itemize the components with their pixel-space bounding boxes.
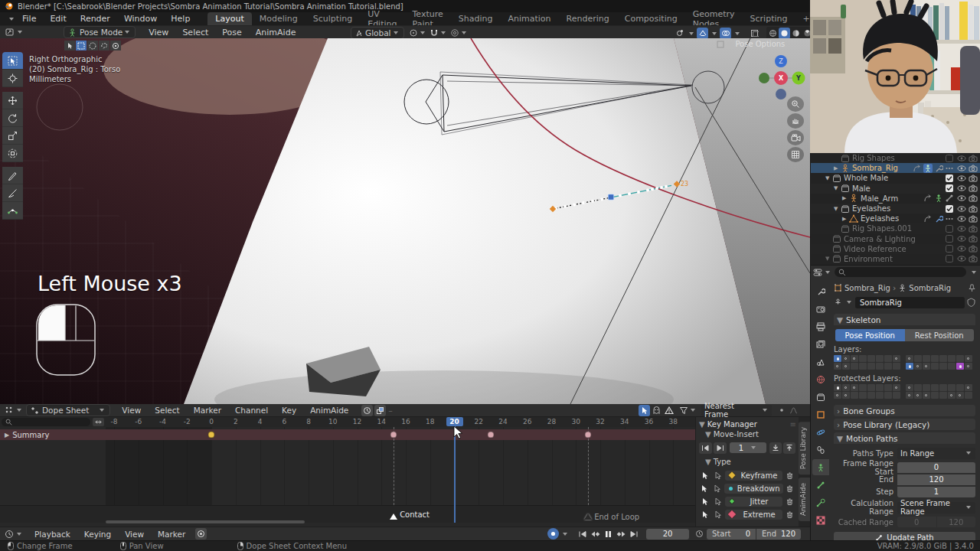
show-hidden-button[interactable]: [651, 405, 662, 416]
dope-sheet-ruler[interactable]: -8-6-4-202468101214161822242628303234363…: [0, 417, 810, 427]
menu-file[interactable]: File: [15, 14, 43, 24]
step-field[interactable]: 1: [897, 487, 975, 497]
disclosure-icon[interactable]: ▶: [842, 216, 849, 222]
rest-position-button[interactable]: Rest Position: [905, 329, 975, 341]
circle-select-mode[interactable]: [87, 41, 98, 51]
editor-type-properties-icon[interactable]: [813, 268, 823, 277]
eye-icon[interactable]: [957, 224, 966, 233]
protected-a-cell-5[interactable]: [876, 384, 884, 391]
layer-b-cell-6[interactable]: [956, 355, 964, 362]
snap-dropdown[interactable]: [430, 28, 447, 37]
outliner-row-camera-lighting[interactable]: Camera & Lighting: [811, 234, 980, 244]
checkbox-checked-icon[interactable]: [945, 174, 954, 183]
protected-b-cell-5[interactable]: [948, 384, 956, 391]
pose-breakdowner-tool[interactable]: [2, 202, 23, 220]
pivot-dropdown[interactable]: [409, 28, 426, 37]
current-frame-field[interactable]: 20: [646, 529, 689, 540]
pause-button[interactable]: [603, 528, 614, 540]
editor-type-timeline-icon[interactable]: [5, 530, 15, 539]
protected-a-cell-11[interactable]: [859, 392, 867, 399]
layer-a-cell-6[interactable]: [884, 355, 892, 362]
protected-a-cell-15[interactable]: [893, 392, 900, 399]
protected-a-cell-3[interactable]: [859, 384, 867, 391]
workspace-tab-sculpting[interactable]: Sculpting: [305, 12, 360, 25]
timeline-menu-keying[interactable]: Keying: [77, 530, 118, 539]
select-box-tool[interactable]: [2, 52, 23, 70]
bone-icon[interactable]: [945, 194, 954, 203]
protected-b-cell-9[interactable]: [914, 392, 922, 399]
layer-b-cell-10[interactable]: [923, 363, 930, 370]
dope-menu-marker[interactable]: Marker: [187, 406, 228, 415]
frame-range-end-field[interactable]: 120: [897, 474, 975, 485]
channel-search-input[interactable]: [2, 418, 90, 426]
data-name-field[interactable]: SombraRig: [855, 297, 965, 308]
camera-icon[interactable]: [969, 224, 978, 233]
disclosure-icon[interactable]: ▼: [825, 175, 832, 181]
layer-b-cell-9[interactable]: [914, 363, 922, 370]
protected-a-cell-8[interactable]: [834, 392, 841, 399]
trash-icon[interactable]: [785, 483, 795, 494]
channel-expand-button[interactable]: [93, 418, 104, 426]
viewport-3d[interactable]: 23 Right Orthographic (20) Sombra_Rig : …: [0, 38, 810, 404]
layer-b-cell-13[interactable]: [948, 363, 956, 370]
layer-a-cell-13[interactable]: [876, 363, 884, 370]
dope-menu-channel[interactable]: Channel: [228, 406, 275, 415]
breadcrumb-data[interactable]: SombraRig: [909, 284, 951, 292]
viewport-menu-select[interactable]: Select: [175, 28, 215, 37]
protected-a-cell-0[interactable]: [834, 384, 841, 391]
layer-a-cell-0[interactable]: [834, 355, 841, 362]
outliner-row-video-reference[interactable]: Video Reference: [811, 244, 980, 254]
properties-tab-bone-constraint[interactable]: [812, 494, 829, 510]
protected-a-cell-9[interactable]: [842, 392, 850, 399]
dots-icon[interactable]: [945, 214, 954, 223]
rotate-tool[interactable]: [2, 109, 23, 127]
disclosure-icon[interactable]: ▼: [825, 256, 832, 262]
layer-b-cell-12[interactable]: [939, 363, 947, 370]
protected-b-cell-7[interactable]: [965, 384, 972, 391]
protected-a-cell-14[interactable]: [884, 392, 892, 399]
eye-icon[interactable]: [957, 234, 966, 243]
keytype-name-field[interactable]: Keyframe: [725, 471, 782, 481]
deselect-keys-button[interactable]: [712, 470, 724, 481]
proportional-falloff-button[interactable]: [788, 405, 799, 416]
outliner-row-male[interactable]: ▼Male: [811, 184, 980, 194]
camera-icon[interactable]: [969, 174, 978, 183]
link-icon[interactable]: [913, 164, 922, 173]
lasso-select-mode[interactable]: [99, 41, 109, 51]
editor-type-3dview-icon[interactable]: [5, 28, 15, 37]
outliner-row-eyelashes[interactable]: ▼Eyelashes: [811, 204, 980, 214]
outliner-row-whole-male[interactable]: ▼Whole Male: [811, 173, 980, 183]
eye-icon[interactable]: [957, 154, 966, 163]
panel-motion-paths[interactable]: ▼Motion Paths: [834, 432, 975, 444]
scale-tool[interactable]: [2, 127, 23, 145]
viewport-menu-view[interactable]: View: [142, 28, 175, 37]
marker-triangle-contact[interactable]: [390, 514, 397, 520]
auto-keying-button[interactable]: [195, 528, 207, 540]
layer-a-cell-12[interactable]: [867, 363, 875, 370]
tab-animaide[interactable]: AnimAide: [799, 478, 810, 521]
protected-b-cell-14[interactable]: [956, 392, 964, 399]
transform-orientation[interactable]: Global: [351, 27, 468, 39]
dots-icon[interactable]: [945, 164, 954, 173]
cursor-tool[interactable]: [2, 70, 23, 87]
outliner-row-male-arm[interactable]: ▶Male_Arm: [811, 194, 980, 204]
jump-to-start-button[interactable]: [577, 528, 588, 540]
camera-icon[interactable]: [969, 194, 978, 203]
select-keys-button[interactable]: [699, 496, 710, 507]
checkbox-checked-icon[interactable]: [945, 184, 954, 193]
toggle-perspective-button[interactable]: [787, 147, 804, 162]
proportional-edit-keys-button[interactable]: [776, 405, 787, 416]
move-tool[interactable]: [2, 92, 23, 109]
eye-icon[interactable]: [957, 164, 966, 173]
menu-render[interactable]: Render: [74, 14, 117, 24]
protected-a-cell-4[interactable]: [867, 384, 875, 391]
layer-a-cell-5[interactable]: [876, 355, 884, 362]
fake-user-shield-icon[interactable]: [967, 298, 975, 307]
record-button[interactable]: [547, 528, 559, 540]
menu-help[interactable]: Help: [164, 14, 197, 24]
tab-pose-library[interactable]: Pose Library: [799, 422, 810, 474]
properties-tab-physics[interactable]: [812, 424, 829, 440]
properties-tab-scene[interactable]: [812, 354, 829, 370]
select-keys-button[interactable]: [699, 509, 710, 520]
shading-solid-button[interactable]: [779, 28, 790, 39]
